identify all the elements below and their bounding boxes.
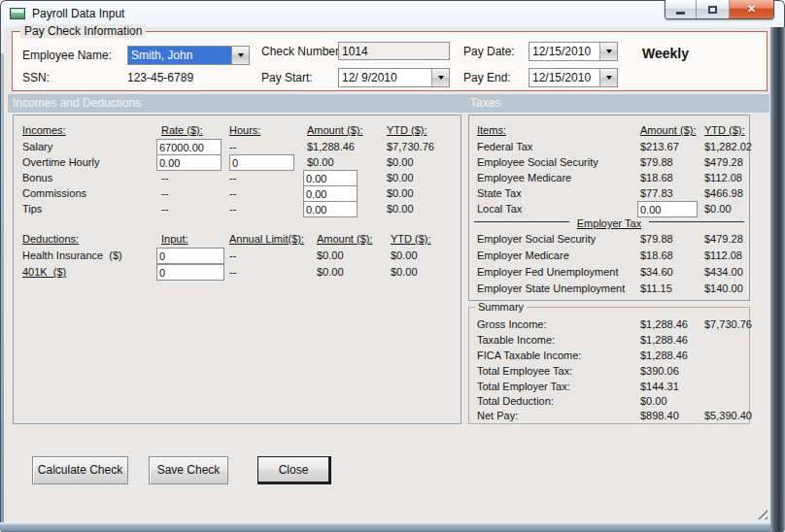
divider-line	[649, 221, 744, 222]
tax-row-state: State Tax $77.83 $466.98	[469, 187, 749, 201]
minimize-icon	[676, 12, 685, 15]
resize-grip[interactable]	[755, 507, 768, 519]
title-bar[interactable]: Payroll Data Input ✕	[0, 0, 785, 27]
check-number-label: Check Number:	[261, 45, 342, 58]
col-header: Hours:	[229, 124, 260, 137]
deduction-row-health-insurance: Health Insurance ($) -- $0.00 $0.00	[14, 249, 461, 263]
deduction-row-401k: 401K ($) -- $0.00 $0.00	[14, 266, 461, 280]
amount-cell: $79.88	[640, 233, 673, 246]
save-check-button[interactable]: Save Check	[149, 456, 228, 484]
amount-cell: $0.00	[640, 395, 667, 408]
row-label: Health Insurance ($)	[22, 249, 122, 262]
employee-name-dropdown-button[interactable]	[231, 47, 249, 64]
col-header: Input:	[161, 233, 188, 246]
incomes-deductions-section-header: Incomes and Deductions	[8, 94, 465, 113]
ytd-cell: $7,730.76	[387, 141, 434, 153]
summary-row-gross: Gross Income: $1,288.46 $7,730.76	[469, 318, 749, 332]
row-label: Commissions	[22, 187, 86, 200]
amount-cell: $1,288.46	[640, 349, 688, 362]
commissions-amount-input[interactable]	[303, 185, 358, 202]
row-label-401k-link[interactable]: 401K ($)	[22, 266, 66, 279]
health-insurance-input[interactable]	[156, 248, 224, 264]
employee-name-combobox[interactable]: Smith, John	[127, 46, 250, 65]
close-window-button[interactable]: ✕	[730, 0, 773, 18]
ytd-cell: $479.28	[704, 156, 743, 169]
row-label: Gross Income:	[477, 318, 547, 331]
pay-frequency-label: Weekly	[642, 46, 689, 61]
minimize-button[interactable]	[666, 0, 697, 18]
amount-cell: $18.68	[640, 249, 673, 262]
row-label: Tips	[22, 203, 42, 216]
pay-end-datepicker[interactable]: 12/15/2010	[529, 68, 618, 87]
close-button[interactable]: Close	[257, 456, 331, 484]
rate-cell: --	[161, 172, 168, 184]
pay-date-dropdown-button[interactable]	[599, 43, 617, 60]
chevron-down-icon	[438, 76, 444, 80]
col-header: Rate ($):	[161, 124, 203, 137]
taxes-panel: Items: Amount ($): YTD ($): Federal Tax …	[468, 115, 750, 301]
pay-start-datepicker[interactable]: 12/ 9/2010	[338, 68, 450, 87]
row-label: Total Deduction:	[477, 395, 554, 408]
summary-row-taxable: Taxable Income: $1,288.46	[469, 334, 749, 348]
hours-cell: --	[229, 172, 236, 184]
tips-amount-input[interactable]	[303, 201, 358, 217]
amount-cell: $213.67	[640, 141, 679, 153]
chevron-down-icon	[606, 50, 612, 53]
maximize-button[interactable]	[697, 0, 730, 18]
hours-cell: --	[229, 141, 236, 153]
row-label: State Tax	[477, 187, 522, 200]
overtime-rate-input[interactable]	[156, 154, 222, 171]
pay-start-dropdown-button[interactable]	[431, 69, 449, 86]
paycheck-info-group: Pay Check Information Employee Name: Smi…	[12, 31, 768, 91]
col-header: Annual Limit($):	[229, 233, 304, 246]
row-label: Employee Medicare	[477, 172, 571, 184]
ytd-cell: $7,730.76	[704, 318, 752, 331]
amount-cell: $144.31	[640, 381, 679, 393]
summary-row-employer-tax: Total Employer Tax: $144.31	[469, 381, 749, 394]
amount-cell: $1,288.46	[307, 141, 355, 153]
401k-input[interactable]	[156, 264, 224, 281]
calculate-check-button[interactable]: Calculate Check	[32, 456, 128, 484]
col-header: Incomes:	[22, 124, 66, 137]
col-header: YTD ($):	[704, 124, 745, 137]
tax-row-local: Local Tax $0.00	[469, 203, 749, 216]
taxes-header-row: Items: Amount ($): YTD ($):	[469, 124, 749, 138]
ytd-cell: $112.08	[704, 249, 742, 262]
employer-tax-divider: Employer Tax	[474, 216, 744, 230]
local-tax-input[interactable]	[637, 201, 698, 217]
incomes-deductions-panel: Incomes: Rate ($): Hours: Amount ($): YT…	[13, 115, 461, 424]
pay-end-dropdown-button[interactable]	[599, 69, 617, 86]
hours-cell: --	[229, 187, 236, 200]
bonus-amount-input[interactable]	[303, 170, 358, 186]
window-frame-bottom	[0, 522, 770, 532]
pay-date-datepicker[interactable]: 12/15/2010	[529, 42, 618, 61]
employee-name-label: Employee Name:	[22, 49, 112, 62]
ytd-cell: $112.08	[704, 172, 742, 184]
col-header: Items:	[477, 124, 506, 137]
tax-row-employee-medicare: Employee Medicare $18.68 $112.08	[469, 172, 749, 185]
income-row-bonus: Bonus -- -- $0.00	[14, 172, 461, 185]
row-label: Employer Fed Unemployment	[477, 266, 619, 279]
pay-date-label: Pay Date:	[463, 45, 515, 58]
tax-row-employer-fed-unemployment: Employer Fed Unemployment $34.60 $434.00	[469, 266, 749, 280]
overtime-hours-input[interactable]	[229, 154, 294, 171]
row-label: Employer Social Security	[477, 233, 596, 246]
salary-rate-input[interactable]	[156, 139, 222, 155]
row-label: FICA Taxable Income:	[477, 349, 581, 362]
summary-row-employee-tax: Total Employee Tax: $390.06	[469, 365, 749, 379]
app-icon	[10, 8, 25, 19]
summary-group-label: Summary	[475, 301, 527, 313]
amount-cell: $1,288.46	[640, 334, 688, 347]
amount-cell: $34.60	[640, 266, 673, 279]
incomes-header-row: Incomes: Rate ($): Hours: Amount ($): YT…	[14, 124, 461, 138]
row-label: Overtime Hourly	[22, 156, 99, 169]
row-label: Salary	[22, 141, 52, 153]
ytd-cell: $0.00	[387, 172, 414, 184]
col-header: Amount ($):	[640, 124, 696, 137]
check-number-field[interactable]	[338, 42, 450, 60]
col-header: YTD ($):	[387, 124, 427, 137]
employee-name-value: Smith, John	[128, 47, 231, 64]
col-header: Amount ($):	[317, 233, 372, 246]
ytd-cell: $0.00	[391, 266, 418, 279]
pay-start-label: Pay Start:	[261, 71, 313, 84]
